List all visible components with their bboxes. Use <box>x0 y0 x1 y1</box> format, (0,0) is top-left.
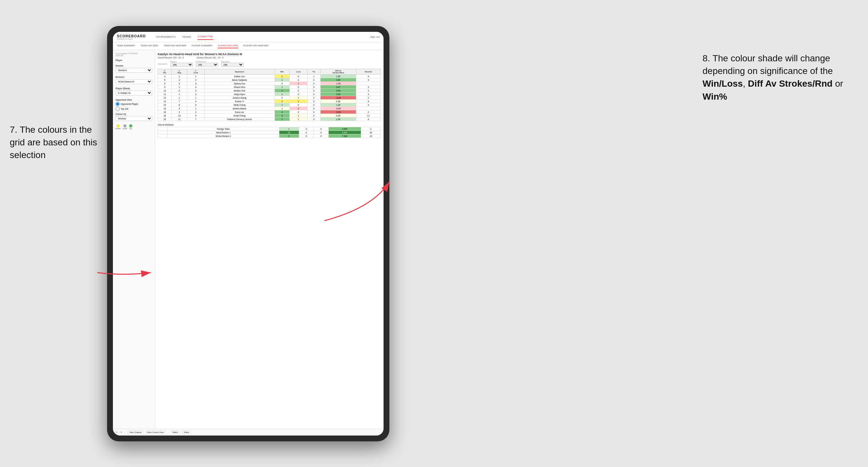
opponent-view-label: Opponent view <box>116 99 152 101</box>
td-conf: 2 <box>187 93 205 96</box>
player-rank-select[interactable]: 8. Katelyn Vo <box>116 91 152 95</box>
division-select[interactable]: NCAA Division III <box>116 79 152 84</box>
share-button[interactable]: Share <box>182 430 191 434</box>
table-header-row: #Div #Reg #Conf Opponent Win Loss Tie Di… <box>158 69 381 75</box>
td-rounds: 4 <box>356 75 381 78</box>
td-tie: 0 <box>307 114 320 118</box>
legend-down-dot <box>117 124 120 128</box>
td-diff: -3.00 <box>320 96 356 100</box>
td-tie: 0 <box>307 82 320 85</box>
td-ood-win: 5 <box>279 134 299 138</box>
subnav-player-h2h-heatmap[interactable]: PLAYER H2H HEATMAP <box>243 43 269 49</box>
nav-committee[interactable]: COMMITTEE <box>197 34 213 40</box>
td-ood-tie: 0 <box>314 134 329 138</box>
subnav-player-summary[interactable]: PLAYER SUMMARY <box>192 43 213 49</box>
nav-teams[interactable]: TEAMS <box>182 34 191 40</box>
td-opponent: Sharon Mun <box>205 85 275 89</box>
td-win: 4 <box>275 114 290 118</box>
radio-top100[interactable]: Top 100 <box>116 107 152 111</box>
colour-legend: Down Level Up <box>116 124 152 129</box>
td-opponent: Federica Domecq Lacroze <box>205 118 275 121</box>
legend-level: Level <box>122 124 127 129</box>
td-opponent: Emily Chang <box>205 114 275 118</box>
watch-button[interactable]: Watch <box>171 430 180 434</box>
table-row: 19 10 6 Emily Chang 4 1 0 0.30 11 <box>158 114 381 118</box>
td-conf: 3 <box>187 82 205 85</box>
td-loss: 0 <box>290 78 308 82</box>
td-opponent: Euna Lee <box>205 110 275 114</box>
subnav-team-summary[interactable]: TEAM SUMMARY <box>117 43 135 49</box>
td-reg: 7 <box>172 100 187 103</box>
td-conf: 3 <box>187 89 205 93</box>
redo-icon[interactable]: ↪ <box>120 431 122 434</box>
td-ood-win: 15 <box>279 131 299 134</box>
gender-section: Gender Women's <box>116 65 152 73</box>
subnav-player-h2h-grid[interactable]: PLAYER H2H GRID <box>218 43 238 49</box>
table-row: 3 1 1 Esther Lee 1 0 1 1.50 4 <box>158 75 381 78</box>
td-rounds: 4 <box>356 89 381 93</box>
division-section: Division NCAA Division III <box>116 76 152 84</box>
conference-filter-group: Conference (All) <box>196 61 218 67</box>
view-original-button[interactable]: View: Original <box>128 430 143 434</box>
td-rounds: 3 <box>356 85 381 89</box>
save-custom-button[interactable]: Save Custom View <box>146 430 165 434</box>
td-tie: 1 <box>307 75 320 78</box>
td-ood-loss: 0 <box>299 131 314 134</box>
td-reg: 3 <box>172 82 187 85</box>
td-opponent: Eunice Yi <box>205 100 275 103</box>
td-opponent: Jessica Mason <box>205 107 275 110</box>
td-conf: 6 <box>187 114 205 118</box>
nav-tournaments[interactable]: TOURNAMENTS <box>155 34 176 40</box>
opponent-filter-select[interactable]: (All) <box>221 63 244 67</box>
filter-row: Opponents: Region (All) Conference (All) <box>158 61 381 67</box>
table-row: 16 3 1 Jessica Mason 1 2 0 -0.94 <box>158 107 381 110</box>
td-ood-rounds: 30 <box>361 131 381 134</box>
td-win: 2 <box>275 89 290 93</box>
td-diff: 1.50 <box>320 75 356 78</box>
region-filter-select[interactable]: (All) <box>170 63 193 67</box>
td-div: 20 <box>158 118 172 121</box>
subnav-team-h2h-grid[interactable]: TEAM H2H GRID <box>141 43 158 49</box>
td-tie: 0 <box>307 93 320 96</box>
table-row: 9 1 4 Sharon Mun 1 0 0 3.67 3 <box>158 85 381 89</box>
colour-by-select[interactable]: Win/loss <box>116 116 152 121</box>
region-filter-group: Region (All) <box>170 61 193 67</box>
legend-down: Down <box>116 124 120 129</box>
table-row: 20 11 7 Federica Domecq Lacroze 2 1 0 1.… <box>158 118 381 121</box>
subnav-team-h2h-heatmap[interactable]: TEAM H2H HEATMAP <box>163 43 187 49</box>
td-loss: 1 <box>290 96 308 100</box>
td-ood-tie: 0 <box>314 131 329 134</box>
td-tie: 0 <box>307 100 320 103</box>
sign-out-button[interactable]: Sign out <box>370 35 380 38</box>
annotation-left: 7. The colours in the grid are based on … <box>10 123 97 162</box>
td-ood-empty <box>158 127 168 131</box>
td-ood-diff: 4.500 <box>329 127 361 131</box>
td-tie: 0 <box>307 118 320 121</box>
td-conf: 2 <box>187 78 205 82</box>
navbar: SCOREBOARD Powered by clippd TOURNAMENTS… <box>113 32 383 42</box>
tablet-screen: SCOREBOARD Powered by clippd TOURNAMENTS… <box>113 32 383 436</box>
undo-icon[interactable]: ↩ <box>116 431 118 434</box>
td-div: 9 <box>158 85 172 89</box>
gender-select[interactable]: Women's <box>116 68 152 73</box>
toolbar: ↩ ↪ | View: Original Save Custom View | … <box>113 429 383 436</box>
td-reg: 1 <box>172 96 187 100</box>
td-reg: 3 <box>172 107 187 110</box>
td-rounds <box>356 107 381 110</box>
td-ood-empty <box>158 131 168 134</box>
conference-filter-select[interactable]: (All) <box>196 63 218 67</box>
table-row: 15 8 5 Stella Cheng 1 0 0 1.25 4 <box>158 103 381 107</box>
td-diff: 4.00 <box>320 89 356 93</box>
td-conf: 7 <box>187 118 205 121</box>
h2h-table: #Div #Reg #Conf Opponent Win Loss Tie Di… <box>158 69 381 121</box>
td-conf: 1 <box>187 96 205 100</box>
overall-record: Overall Record: 353 - 34 - 6 <box>158 57 184 59</box>
td-ood-tie: 0 <box>314 127 329 131</box>
td-diff: 3.33 <box>320 93 356 96</box>
legend-up: Up <box>129 124 132 129</box>
td-loss: 1 <box>290 114 308 118</box>
td-rounds: 2 <box>356 96 381 100</box>
td-opponent: Sydney Kuo <box>205 82 275 85</box>
radio-opponents-played[interactable]: Opponents Played <box>116 102 152 106</box>
td-diff: -0.94 <box>320 107 356 110</box>
